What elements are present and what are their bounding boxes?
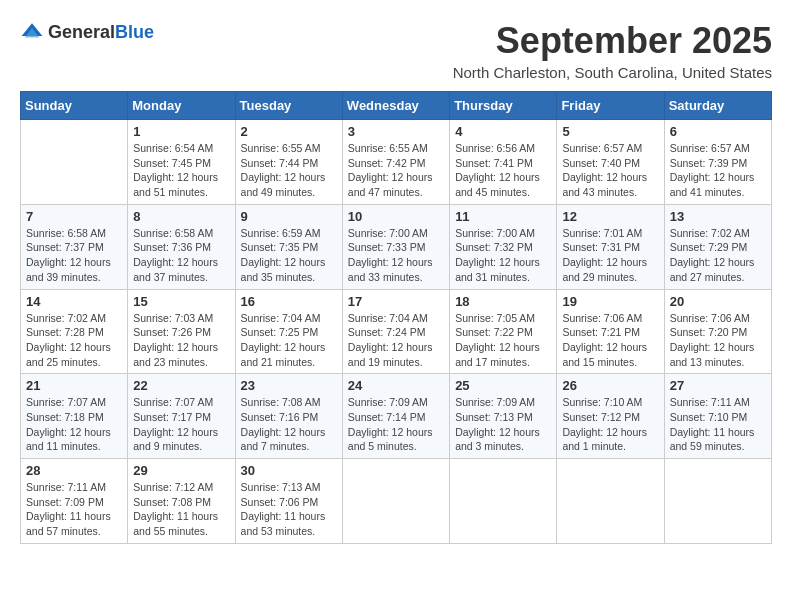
calendar-cell: 22Sunrise: 7:07 AMSunset: 7:17 PMDayligh… — [128, 374, 235, 459]
day-number: 24 — [348, 378, 444, 393]
day-number: 11 — [455, 209, 551, 224]
day-number: 5 — [562, 124, 658, 139]
calendar-cell: 15Sunrise: 7:03 AMSunset: 7:26 PMDayligh… — [128, 289, 235, 374]
day-number: 30 — [241, 463, 337, 478]
calendar-cell: 19Sunrise: 7:06 AMSunset: 7:21 PMDayligh… — [557, 289, 664, 374]
weekday-header-friday: Friday — [557, 92, 664, 120]
weekday-header-wednesday: Wednesday — [342, 92, 449, 120]
calendar-cell: 30Sunrise: 7:13 AMSunset: 7:06 PMDayligh… — [235, 459, 342, 544]
logo-icon — [20, 20, 44, 44]
day-number: 16 — [241, 294, 337, 309]
calendar-cell: 2Sunrise: 6:55 AMSunset: 7:44 PMDaylight… — [235, 120, 342, 205]
day-number: 18 — [455, 294, 551, 309]
day-number: 28 — [26, 463, 122, 478]
day-number: 8 — [133, 209, 229, 224]
weekday-header-monday: Monday — [128, 92, 235, 120]
location: North Charleston, South Carolina, United… — [453, 64, 772, 81]
day-number: 29 — [133, 463, 229, 478]
day-number: 4 — [455, 124, 551, 139]
day-number: 20 — [670, 294, 766, 309]
calendar-cell — [342, 459, 449, 544]
day-number: 12 — [562, 209, 658, 224]
calendar-cell: 14Sunrise: 7:02 AMSunset: 7:28 PMDayligh… — [21, 289, 128, 374]
calendar-cell: 29Sunrise: 7:12 AMSunset: 7:08 PMDayligh… — [128, 459, 235, 544]
calendar-cell — [450, 459, 557, 544]
day-number: 23 — [241, 378, 337, 393]
weekday-header-saturday: Saturday — [664, 92, 771, 120]
day-info: Sunrise: 6:57 AMSunset: 7:40 PMDaylight:… — [562, 141, 658, 200]
day-number: 10 — [348, 209, 444, 224]
day-info: Sunrise: 6:55 AMSunset: 7:42 PMDaylight:… — [348, 141, 444, 200]
day-number: 25 — [455, 378, 551, 393]
day-number: 2 — [241, 124, 337, 139]
day-number: 26 — [562, 378, 658, 393]
day-number: 1 — [133, 124, 229, 139]
day-info: Sunrise: 7:02 AMSunset: 7:28 PMDaylight:… — [26, 311, 122, 370]
title-block: September 2025 North Charleston, South C… — [453, 20, 772, 81]
day-number: 6 — [670, 124, 766, 139]
calendar-cell: 23Sunrise: 7:08 AMSunset: 7:16 PMDayligh… — [235, 374, 342, 459]
calendar-cell: 3Sunrise: 6:55 AMSunset: 7:42 PMDaylight… — [342, 120, 449, 205]
calendar-cell: 24Sunrise: 7:09 AMSunset: 7:14 PMDayligh… — [342, 374, 449, 459]
day-info: Sunrise: 6:56 AMSunset: 7:41 PMDaylight:… — [455, 141, 551, 200]
day-info: Sunrise: 6:58 AMSunset: 7:36 PMDaylight:… — [133, 226, 229, 285]
day-info: Sunrise: 7:10 AMSunset: 7:12 PMDaylight:… — [562, 395, 658, 454]
logo-text-general: General — [48, 22, 115, 43]
day-info: Sunrise: 6:54 AMSunset: 7:45 PMDaylight:… — [133, 141, 229, 200]
calendar-cell: 25Sunrise: 7:09 AMSunset: 7:13 PMDayligh… — [450, 374, 557, 459]
day-number: 15 — [133, 294, 229, 309]
calendar-cell: 10Sunrise: 7:00 AMSunset: 7:33 PMDayligh… — [342, 204, 449, 289]
day-number: 17 — [348, 294, 444, 309]
calendar-cell: 4Sunrise: 6:56 AMSunset: 7:41 PMDaylight… — [450, 120, 557, 205]
day-info: Sunrise: 6:58 AMSunset: 7:37 PMDaylight:… — [26, 226, 122, 285]
day-info: Sunrise: 7:08 AMSunset: 7:16 PMDaylight:… — [241, 395, 337, 454]
day-number: 21 — [26, 378, 122, 393]
weekday-header-tuesday: Tuesday — [235, 92, 342, 120]
day-info: Sunrise: 7:06 AMSunset: 7:20 PMDaylight:… — [670, 311, 766, 370]
calendar-cell: 11Sunrise: 7:00 AMSunset: 7:32 PMDayligh… — [450, 204, 557, 289]
day-info: Sunrise: 7:04 AMSunset: 7:25 PMDaylight:… — [241, 311, 337, 370]
day-number: 14 — [26, 294, 122, 309]
day-info: Sunrise: 7:05 AMSunset: 7:22 PMDaylight:… — [455, 311, 551, 370]
calendar-cell: 26Sunrise: 7:10 AMSunset: 7:12 PMDayligh… — [557, 374, 664, 459]
calendar-cell: 9Sunrise: 6:59 AMSunset: 7:35 PMDaylight… — [235, 204, 342, 289]
calendar-cell — [557, 459, 664, 544]
day-info: Sunrise: 7:06 AMSunset: 7:21 PMDaylight:… — [562, 311, 658, 370]
day-number: 27 — [670, 378, 766, 393]
weekday-header-thursday: Thursday — [450, 92, 557, 120]
calendar-cell: 18Sunrise: 7:05 AMSunset: 7:22 PMDayligh… — [450, 289, 557, 374]
day-info: Sunrise: 7:03 AMSunset: 7:26 PMDaylight:… — [133, 311, 229, 370]
day-info: Sunrise: 7:01 AMSunset: 7:31 PMDaylight:… — [562, 226, 658, 285]
calendar-cell — [21, 120, 128, 205]
calendar-cell: 27Sunrise: 7:11 AMSunset: 7:10 PMDayligh… — [664, 374, 771, 459]
day-info: Sunrise: 7:00 AMSunset: 7:33 PMDaylight:… — [348, 226, 444, 285]
calendar-cell: 6Sunrise: 6:57 AMSunset: 7:39 PMDaylight… — [664, 120, 771, 205]
day-info: Sunrise: 7:04 AMSunset: 7:24 PMDaylight:… — [348, 311, 444, 370]
logo-text-blue: Blue — [115, 22, 154, 43]
calendar-cell: 20Sunrise: 7:06 AMSunset: 7:20 PMDayligh… — [664, 289, 771, 374]
day-info: Sunrise: 6:55 AMSunset: 7:44 PMDaylight:… — [241, 141, 337, 200]
day-number: 9 — [241, 209, 337, 224]
calendar: SundayMondayTuesdayWednesdayThursdayFrid… — [20, 91, 772, 544]
logo: General Blue — [20, 20, 154, 44]
day-info: Sunrise: 7:02 AMSunset: 7:29 PMDaylight:… — [670, 226, 766, 285]
day-info: Sunrise: 6:57 AMSunset: 7:39 PMDaylight:… — [670, 141, 766, 200]
day-info: Sunrise: 7:00 AMSunset: 7:32 PMDaylight:… — [455, 226, 551, 285]
day-number: 22 — [133, 378, 229, 393]
day-number: 7 — [26, 209, 122, 224]
calendar-cell: 8Sunrise: 6:58 AMSunset: 7:36 PMDaylight… — [128, 204, 235, 289]
day-info: Sunrise: 7:07 AMSunset: 7:17 PMDaylight:… — [133, 395, 229, 454]
day-info: Sunrise: 7:07 AMSunset: 7:18 PMDaylight:… — [26, 395, 122, 454]
calendar-cell: 12Sunrise: 7:01 AMSunset: 7:31 PMDayligh… — [557, 204, 664, 289]
calendar-cell: 28Sunrise: 7:11 AMSunset: 7:09 PMDayligh… — [21, 459, 128, 544]
calendar-cell: 7Sunrise: 6:58 AMSunset: 7:37 PMDaylight… — [21, 204, 128, 289]
calendar-cell: 1Sunrise: 6:54 AMSunset: 7:45 PMDaylight… — [128, 120, 235, 205]
calendar-cell — [664, 459, 771, 544]
day-info: Sunrise: 7:09 AMSunset: 7:14 PMDaylight:… — [348, 395, 444, 454]
day-number: 3 — [348, 124, 444, 139]
calendar-cell: 21Sunrise: 7:07 AMSunset: 7:18 PMDayligh… — [21, 374, 128, 459]
calendar-cell: 5Sunrise: 6:57 AMSunset: 7:40 PMDaylight… — [557, 120, 664, 205]
weekday-header-sunday: Sunday — [21, 92, 128, 120]
day-info: Sunrise: 7:11 AMSunset: 7:10 PMDaylight:… — [670, 395, 766, 454]
calendar-cell: 16Sunrise: 7:04 AMSunset: 7:25 PMDayligh… — [235, 289, 342, 374]
